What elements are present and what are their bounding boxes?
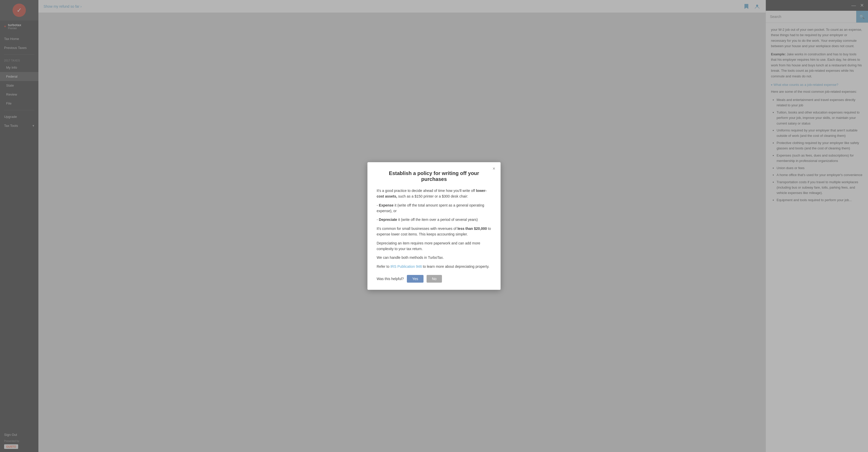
yes-button[interactable]: Yes bbox=[407, 275, 424, 283]
para1-pre: It's a good practice to decide ahead of … bbox=[377, 189, 476, 193]
modal-paragraph-5: We can handle both methods in TurboTax. bbox=[377, 255, 491, 260]
para3-pre: It's common for small businesses with re… bbox=[377, 227, 457, 231]
modal-dialog: × Establish a policy for writing off you… bbox=[367, 162, 501, 290]
modal-paragraph-4: Depreciating an item requires more paper… bbox=[377, 241, 491, 252]
modal-body: It's a good practice to decide ahead of … bbox=[377, 188, 491, 269]
modal-paragraph-1: It's a good practice to decide ahead of … bbox=[377, 188, 491, 199]
modal-close-button[interactable]: × bbox=[491, 166, 497, 172]
modal-paragraph-3: It's common for small businesses with re… bbox=[377, 226, 491, 237]
modal-paragraph-6: Refer to IRS Publication 946 to learn mo… bbox=[377, 264, 491, 269]
modal-paragraph-2: - Expense it (write off the total amount… bbox=[377, 202, 491, 214]
para3-bold: less than $20,000 bbox=[457, 227, 487, 231]
modal-footer: Was this helpful? Yes No bbox=[377, 275, 491, 283]
modal-overlay: × Establish a policy for writing off you… bbox=[0, 0, 868, 452]
expense-label: Expense bbox=[379, 203, 394, 207]
irs-publication-link[interactable]: IRS Publication 946 bbox=[391, 264, 422, 269]
depreciate-text: it (write off the item over a period of … bbox=[397, 218, 478, 222]
para6-pre: Refer to bbox=[377, 264, 391, 269]
depreciate-label: Depreciate bbox=[379, 218, 397, 222]
modal-title: Establish a policy for writing off your … bbox=[377, 170, 491, 182]
para1-post: such as a $150 printer or a $300 desk ch… bbox=[397, 194, 468, 198]
helpful-label: Was this helpful? bbox=[377, 277, 404, 281]
para6-post: to learn more about depreciating propert… bbox=[422, 264, 490, 269]
no-button[interactable]: No bbox=[427, 275, 442, 283]
modal-paragraph-depreciate: - Depreciate it (write off the item over… bbox=[377, 217, 491, 222]
